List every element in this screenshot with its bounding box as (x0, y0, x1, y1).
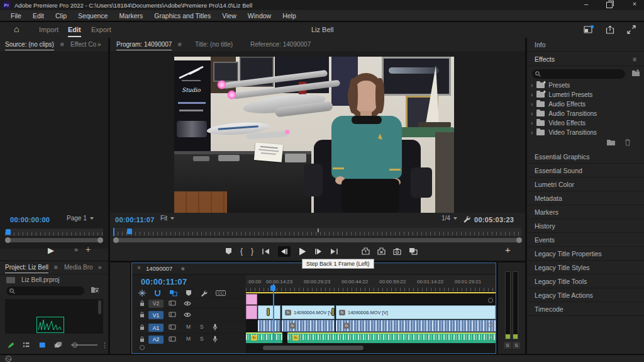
effects-panel-menu-icon[interactable]: ≡ (633, 55, 636, 63)
audio-clip-a1-1[interactable] (258, 320, 280, 332)
snap-magnet-icon[interactable] (154, 290, 161, 297)
voice-over-mic-icon[interactable] (213, 324, 218, 331)
tab-program[interactable]: Program: 14090007 (116, 41, 172, 50)
track-scroll-handle[interactable] (488, 322, 493, 327)
effects-new-preset-bin-icon[interactable] (631, 69, 640, 77)
effects-item-audio-transitions[interactable]: ›Audio Transitions (531, 109, 640, 118)
track-target-v2[interactable]: V2 (148, 300, 164, 308)
panel-events[interactable]: Events (527, 233, 644, 247)
menu-graphics-titles[interactable]: Graphics and Titles (148, 12, 216, 20)
track-target-v1[interactable]: V1 (148, 311, 164, 319)
timeline-ruler[interactable]: :00:00 00:00:14:23 00:00:29:23 00:00:44:… (246, 275, 496, 291)
thumbnail-zoom-slider[interactable] (71, 342, 92, 348)
menu-file[interactable]: File (5, 12, 27, 20)
panel-essential-graphics[interactable]: Essential Graphics (527, 150, 644, 164)
toggle-track-output-eye-icon[interactable] (184, 312, 191, 317)
lock-icon[interactable] (140, 336, 145, 342)
mute-button-a1[interactable]: M (186, 324, 191, 330)
tab-media-browser[interactable]: Media Bro (64, 264, 93, 271)
timeline-settings-wrench-icon[interactable] (200, 290, 208, 297)
mark-in-icon[interactable]: { (240, 247, 243, 256)
source-more-buttons-icon[interactable]: » (74, 246, 78, 253)
source-patch-icon[interactable] (169, 300, 176, 306)
source-zoom-handle-right[interactable] (97, 237, 103, 243)
audio-clip-a1-3[interactable]: fx (336, 320, 496, 332)
timeline-panel-menu-icon[interactable]: ≡ (181, 265, 185, 272)
add-marker-icon[interactable] (225, 247, 232, 255)
panel-legacy-title-tools[interactable]: Legacy Title Tools (527, 274, 644, 288)
clip-v1-14090006[interactable]: fx 14090006.MOV [V] (336, 305, 496, 319)
source-zoom-bar[interactable] (5, 238, 103, 242)
track-v2[interactable] (246, 294, 496, 305)
audio-clip-thumbnail[interactable] (36, 317, 64, 333)
go-to-in-icon[interactable] (262, 248, 270, 255)
captions-cc-icon[interactable]: CC (216, 290, 226, 296)
meter-solo-right-button[interactable]: S (513, 342, 520, 349)
source-timecode[interactable]: 00:00:00:00 (10, 216, 50, 223)
menu-edit[interactable]: Edit (27, 12, 50, 20)
home-icon[interactable]: ⌂ (14, 24, 19, 34)
tab-import[interactable]: Import (39, 26, 58, 33)
workspace-switcher-icon[interactable] (584, 25, 594, 34)
timeline-playhead-line[interactable] (273, 284, 274, 343)
panel-overflow-icon[interactable]: » (97, 41, 101, 48)
hscroll-left-handle[interactable] (140, 345, 145, 350)
effects-item-lumetri-presets[interactable]: ›Lumetri Presets (531, 90, 640, 99)
panel-legacy-title-styles[interactable]: Legacy Title Styles (527, 261, 644, 274)
panel-timecode[interactable]: Timecode (527, 302, 644, 316)
tab-export[interactable]: Export (91, 26, 111, 33)
panel-effects[interactable]: Effects ≡ (527, 52, 644, 66)
menu-markers[interactable]: Markers (113, 12, 148, 20)
clip-pink-v2[interactable] (246, 294, 257, 305)
comparison-view-icon[interactable] (409, 247, 418, 255)
timeline-playhead-handle[interactable] (270, 285, 275, 291)
program-zoom-handle-left[interactable] (113, 237, 119, 243)
export-frame-icon[interactable] (393, 248, 401, 255)
lock-icon[interactable] (140, 312, 145, 318)
timeline-hscrollbar[interactable] (137, 345, 491, 351)
lift-icon[interactable] (362, 247, 370, 255)
lock-icon[interactable] (140, 324, 145, 331)
panel-essential-sound[interactable]: Essential Sound (527, 164, 644, 178)
program-button-editor-plus[interactable]: + (505, 244, 511, 255)
source-panel-menu-icon[interactable]: ≡ (60, 41, 64, 48)
freeform-view-icon[interactable] (54, 341, 62, 349)
timeline-tab-close-icon[interactable]: × (137, 264, 141, 271)
program-timecode[interactable]: 00:00:11:07 (115, 216, 155, 223)
close-button[interactable]: × (630, 0, 639, 9)
audio-clip-a1-2[interactable]: fx (282, 320, 335, 332)
play-button[interactable] (299, 247, 306, 256)
timeline-timecode[interactable]: 00:00:11:07 (141, 277, 187, 286)
clip-v1-14090004[interactable]: fx 14090004.MOV [V] (282, 305, 335, 319)
fullscreen-icon[interactable] (627, 25, 636, 34)
hscroll-thumb[interactable] (263, 346, 364, 350)
track-scroll-handle[interactable] (488, 335, 493, 340)
audio-clip-a2-1[interactable]: fx (246, 332, 282, 343)
effects-search-input[interactable] (532, 69, 625, 79)
project-file-name[interactable]: Liz Bell.prproj (21, 276, 60, 283)
lock-icon[interactable] (140, 300, 145, 307)
icon-view-icon[interactable] (39, 341, 45, 349)
clip-pink-v1[interactable] (246, 305, 257, 319)
track-v1[interactable]: fx 14090004.MOV [V] fx 14090006.MOV [V] (246, 305, 496, 320)
timeline-add-marker-icon[interactable] (186, 290, 192, 297)
panel-lumetri-color[interactable]: Lumetri Color (527, 178, 644, 191)
program-zoom-handle-right[interactable] (516, 237, 522, 243)
panel-info[interactable]: Info (527, 38, 644, 52)
quick-export-icon[interactable] (606, 25, 614, 34)
timeline-content[interactable]: :00:00 00:00:14:23 00:00:29:23 00:00:44:… (246, 275, 496, 353)
track-target-a1[interactable]: A1 (148, 324, 164, 332)
solo-button-a1[interactable]: S (200, 324, 204, 330)
timeline-sequence-tab[interactable]: 14090007 (146, 265, 172, 272)
step-forward-button[interactable] (314, 248, 322, 255)
project-scrollbar[interactable] (98, 300, 101, 314)
program-zoom-select[interactable]: Fit (160, 215, 174, 222)
mute-button-a2[interactable]: M (186, 336, 191, 342)
source-zoom-handle-left[interactable] (5, 237, 11, 243)
program-resolution-select[interactable]: 1/4 (441, 215, 457, 222)
menu-clip[interactable]: Clip (50, 12, 72, 20)
menu-view[interactable]: View (216, 12, 242, 20)
source-scrub-bar[interactable] (5, 229, 103, 236)
tab-reference[interactable]: Reference: 14090007 (250, 41, 311, 48)
menu-window[interactable]: Window (242, 12, 277, 20)
